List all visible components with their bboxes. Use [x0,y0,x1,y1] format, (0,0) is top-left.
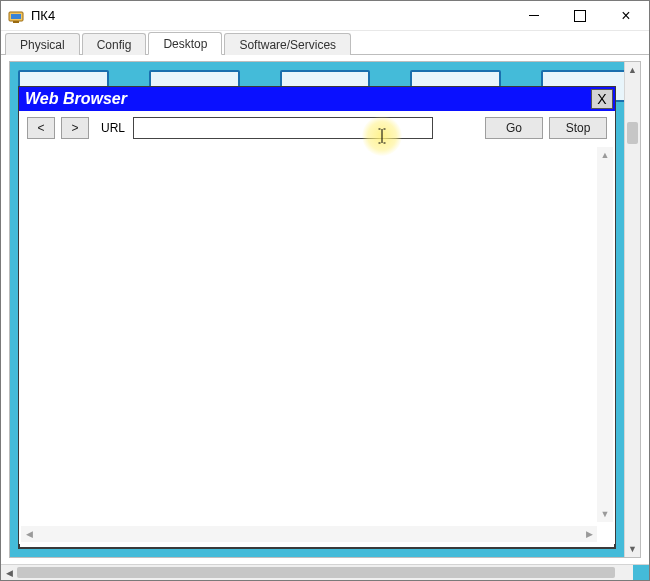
forward-button[interactable]: > [61,117,89,139]
tab-desktop[interactable]: Desktop [148,32,222,55]
scroll-up-arrow-icon[interactable]: ▲ [597,147,613,163]
titlebar: ПК4 × [1,1,649,31]
go-button[interactable]: Go [485,117,543,139]
app-window: ПК4 × Physical Config Desktop Software/S… [0,0,650,581]
scroll-down-arrow-icon[interactable]: ▼ [625,541,640,557]
url-field-wrap [133,117,433,139]
url-label: URL [101,121,125,135]
tabstrip: Physical Config Desktop Software/Service… [1,31,649,55]
window-horizontal-scrollbar[interactable]: ◀ ▶ [1,564,649,580]
window-controls: × [511,1,649,30]
app-icon [7,7,25,25]
maximize-button[interactable] [557,1,603,30]
tab-software-services[interactable]: Software/Services [224,33,351,55]
url-input[interactable] [133,117,433,139]
web-browser-titlebar[interactable]: Web Browser X [19,87,615,111]
stop-button[interactable]: Stop [549,117,607,139]
minimize-button[interactable] [511,1,557,30]
close-button[interactable]: × [603,1,649,30]
web-browser-title: Web Browser [25,90,127,108]
scroll-left-arrow-icon[interactable]: ◀ [21,526,37,542]
desktop-area: ▲ ▼ Web Browser X < > URL Go Stop [9,61,641,558]
svg-rect-2 [13,21,19,23]
window-title: ПК4 [31,8,55,23]
desktop-vertical-scrollbar[interactable]: ▲ ▼ [624,62,640,557]
scrollbar-corner [633,565,649,580]
web-browser-window: Web Browser X < > URL Go Stop ▲ ▼ [18,86,616,549]
browser-vertical-scrollbar[interactable]: ▲ ▼ [597,147,613,522]
back-button[interactable]: < [27,117,55,139]
tab-physical[interactable]: Physical [5,33,80,55]
scroll-track[interactable] [17,567,633,578]
web-browser-toolbar: < > URL Go Stop [19,111,615,145]
web-browser-viewport: ▲ ▼ ◀ ▶ [19,145,615,544]
scroll-thumb[interactable] [627,122,638,144]
tab-config[interactable]: Config [82,33,147,55]
browser-horizontal-scrollbar[interactable]: ◀ ▶ [21,526,597,542]
scroll-right-arrow-icon[interactable]: ▶ [581,526,597,542]
svg-rect-1 [11,14,21,19]
scroll-down-arrow-icon[interactable]: ▼ [597,506,613,522]
scroll-thumb[interactable] [17,567,615,578]
scroll-left-arrow-icon[interactable]: ◀ [1,565,17,580]
scroll-up-arrow-icon[interactable]: ▲ [625,62,640,78]
web-browser-close-button[interactable]: X [591,89,613,109]
